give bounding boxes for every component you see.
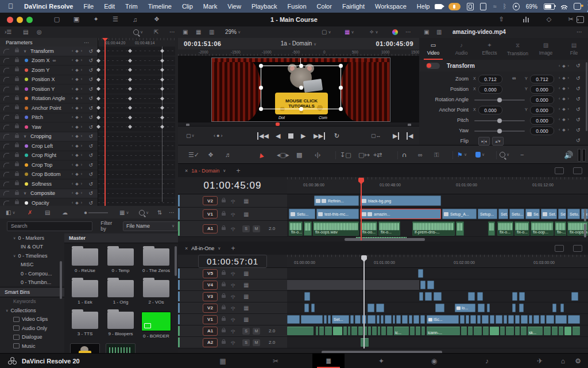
audio-clip[interactable] xyxy=(515,327,520,335)
page-button-deliver[interactable]: ✈ xyxy=(524,354,556,368)
audio-clip-fix-o[interactable]: fix-o... xyxy=(289,221,303,236)
fullscreen-viewer-icon[interactable]: ⇱ xyxy=(154,28,158,36)
timeline-clip[interactable] xyxy=(396,315,401,324)
reset-icon[interactable]: ↺ xyxy=(88,190,93,196)
ai-tools-icon[interactable] xyxy=(392,28,398,36)
timeline-clip[interactable] xyxy=(381,315,384,324)
reset-icon[interactable]: ↺ xyxy=(88,95,93,101)
audio-clip[interactable] xyxy=(410,327,415,335)
auto-select-icon[interactable]: ‹|› xyxy=(231,226,235,231)
viewer-options-icon[interactable]: ⋯ xyxy=(169,28,175,36)
reset-icon[interactable]: ↺ xyxy=(576,96,581,102)
param-row-crop-bottom[interactable]: Crop Bottom‹ ◆ ›↺ xyxy=(0,170,98,180)
timeline-clip-setup-a[interactable]: Setup_A... xyxy=(442,209,477,219)
page-button-fairlight[interactable]: ♪ xyxy=(471,354,503,368)
timeline-clip[interactable] xyxy=(377,315,380,324)
keyframe-lane[interactable] xyxy=(98,103,175,113)
media-bin-folder[interactable]: 9 - Bloopers xyxy=(103,312,138,336)
media-bin-folder[interactable]: 2 - VOs xyxy=(139,280,173,305)
audio-clip[interactable] xyxy=(343,327,347,335)
timeline-playhead[interactable] xyxy=(363,255,365,348)
chevron-down-icon[interactable]: ∨ xyxy=(24,191,28,195)
audio-clip[interactable] xyxy=(325,327,332,335)
audio-clip-sk[interactable]: sk... xyxy=(528,327,543,335)
sidebar-item-in-out[interactable]: IN & OUT xyxy=(0,243,64,252)
timeline-clip-se[interactable]: Se... xyxy=(525,209,540,219)
track-content-a1[interactable]: ic...icann-...sk... xyxy=(287,325,588,336)
track-content-v5[interactable] xyxy=(287,268,588,279)
lock-icon[interactable] xyxy=(15,182,19,185)
keyframe-diamond[interactable] xyxy=(96,49,100,53)
audio-clip-if-prem-dns[interactable]: if-prem-dns-... xyxy=(412,221,455,236)
playhead-marker[interactable] xyxy=(361,255,367,260)
marker-icon[interactable]: ∨ xyxy=(475,150,485,159)
reset-icon[interactable]: ↺ xyxy=(88,105,93,111)
screen-mirroring-icon[interactable] xyxy=(467,3,474,10)
transform-enable-toggle[interactable] xyxy=(426,63,440,69)
param-row-cropping[interactable]: ∨Cropping‹ ◆ ›↺ xyxy=(0,132,98,142)
keyframe-nav[interactable]: ‹ ◆ › xyxy=(72,96,83,101)
media-bin-folder[interactable]: 1 - Eek xyxy=(68,280,102,305)
track-header-v2[interactable]: V2‹|›▦ xyxy=(178,302,287,313)
value-input-y[interactable]: 0.000 xyxy=(530,85,554,94)
close-timeline-icon[interactable]: × xyxy=(185,246,188,251)
keyframe-lane[interactable] xyxy=(98,85,175,94)
minimize-window-button[interactable] xyxy=(17,17,23,23)
timeline-clip[interactable] xyxy=(435,304,444,312)
keyframe-nav[interactable]: ‹ ◆ › xyxy=(72,163,83,167)
menu-file[interactable]: File xyxy=(78,3,99,10)
transform-handle[interactable] xyxy=(259,64,263,68)
audio-clip[interactable] xyxy=(461,327,467,335)
keyframe-lane[interactable] xyxy=(98,141,175,151)
sort-icon[interactable]: ⇅ xyxy=(157,208,162,217)
search-icon[interactable]: ∨ xyxy=(139,208,149,217)
value-input-x[interactable]: 0.000 xyxy=(478,106,502,114)
transform-handle[interactable] xyxy=(299,107,303,111)
slider-thumb[interactable] xyxy=(497,129,502,133)
keyframe-nav[interactable]: ‹ ◆ › xyxy=(559,86,570,91)
media-item-audio-thumb[interactable] xyxy=(103,343,138,353)
solo-button[interactable]: S xyxy=(242,339,250,346)
audio-clip[interactable] xyxy=(468,327,473,335)
home-icon[interactable]: ⌂ xyxy=(561,354,565,368)
timeline-tab-name[interactable]: All-in-One xyxy=(191,246,214,251)
lock-icon[interactable] xyxy=(15,135,19,138)
curve-icon[interactable] xyxy=(3,144,9,148)
keyframe-diamond[interactable] xyxy=(96,125,100,129)
track-badge[interactable]: V2 xyxy=(203,196,218,205)
audio-clip[interactable] xyxy=(351,327,357,335)
audio-clip[interactable] xyxy=(387,327,393,335)
cloud-sync-icon[interactable]: ☁ xyxy=(62,208,68,217)
timeline-playhead[interactable] xyxy=(361,178,362,240)
timeline-clip[interactable] xyxy=(350,315,354,324)
timeline-clip[interactable] xyxy=(328,315,331,324)
menu-workspace[interactable]: Workspace xyxy=(370,3,412,10)
parameters-options-icon[interactable]: ⋯ xyxy=(84,40,90,45)
track-filmstrip-icon[interactable]: ▦ xyxy=(243,293,249,300)
timeline-clip-black-bg-png[interactable]: black-bg.png xyxy=(360,195,441,206)
reset-icon[interactable]: ↺ xyxy=(88,143,93,149)
keyframe-playhead[interactable] xyxy=(105,38,106,206)
track-header-v4[interactable]: V4‹|›▦ xyxy=(178,279,287,290)
clip-color-filter-icon[interactable]: ◎ xyxy=(37,28,42,36)
lock-icon[interactable] xyxy=(15,144,19,147)
lock-icon[interactable] xyxy=(15,49,19,52)
videocam-icon[interactable] xyxy=(435,4,442,9)
timeline-clip[interactable] xyxy=(413,315,419,324)
timeline-clip[interactable] xyxy=(368,304,374,312)
timeline-clip[interactable] xyxy=(477,292,483,301)
transform-handle[interactable] xyxy=(339,64,343,68)
timeline-clip[interactable] xyxy=(393,315,395,324)
reset-icon[interactable]: ↺ xyxy=(88,200,93,206)
timeline-ruler[interactable]: 01:00:36:0001:00:48:0001:01:00:0001:01:1… xyxy=(287,177,588,194)
add-timeline-tab-icon[interactable]: + xyxy=(236,167,240,175)
timeline-clip[interactable] xyxy=(560,304,564,312)
keyframe-lane[interactable] xyxy=(98,160,175,170)
reset-icon[interactable]: ↺ xyxy=(88,133,93,139)
track-filmstrip-icon[interactable]: ▦ xyxy=(243,198,249,204)
thumbnail-size-slider[interactable]: ● xyxy=(84,208,108,217)
lock-icon[interactable] xyxy=(15,78,19,81)
menu-view[interactable]: View xyxy=(222,3,246,10)
close-timeline-icon[interactable]: × xyxy=(185,168,188,174)
audio-clip-fix[interactable]: fix-... xyxy=(555,221,566,236)
